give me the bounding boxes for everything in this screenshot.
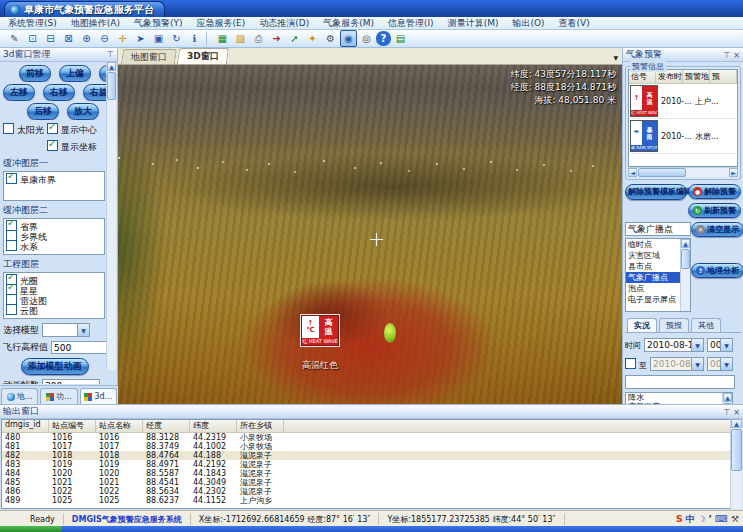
pin-icon[interactable]: ⊤: [723, 51, 730, 60]
data-mode-tab[interactable]: 预报: [659, 318, 689, 332]
eye-icon[interactable]: ◎: [358, 30, 375, 47]
station-column-header[interactable]: 经度: [143, 420, 190, 432]
start-button[interactable]: [0, 526, 62, 532]
vehicle-icon[interactable]: ➜: [268, 30, 285, 47]
flight-elevation-input[interactable]: [51, 341, 106, 354]
left-panel-tab[interactable]: 3d...: [80, 388, 117, 404]
geo-analysis-button[interactable]: ?地理分析: [691, 263, 743, 278]
moon-icon[interactable]: ☽: [697, 514, 705, 524]
select-arrow-icon[interactable]: ➤: [132, 30, 149, 47]
print-icon[interactable]: ⎙: [250, 30, 267, 47]
show-center-checkbox[interactable]: 显示中心: [47, 123, 97, 137]
station-column-header[interactable]: 纬度: [190, 420, 237, 432]
camera-move-button[interactable]: 下偏: [99, 65, 106, 82]
station-table-row[interactable]: 48210181018 88.476444.188滋泥泉子: [2, 451, 730, 460]
station-table-row[interactable]: 48910251025 88.623744.1152上户沟乡: [2, 496, 730, 505]
camera-zoom-button[interactable]: 后移: [27, 103, 59, 120]
menu-item[interactable]: 输出(O): [512, 17, 544, 30]
date-combo[interactable]: 2010-08-13 ▼: [644, 338, 704, 352]
layer-checkbox-item[interactable]: 光圈: [6, 274, 102, 284]
map-3d-view[interactable]: 纬度: 43度57分18.117秒经度: 88度18分14.871秒海拔: 48…: [118, 65, 622, 404]
left-panel-vscrollbar[interactable]: ▲: [106, 62, 116, 370]
menu-item[interactable]: 信息管理(I): [388, 17, 434, 30]
add-model-animation-button[interactable]: 添加模型动画: [21, 358, 89, 375]
warning-row[interactable]: ↑ 高温 红 HEAT WAVE 2010-... 上户...: [629, 84, 737, 119]
heat-wave-warning-marker[interactable]: ↑ ℃ 高 温 红 HEAT WAVE 高温红色: [290, 315, 350, 372]
layer-checkbox-item[interactable]: 阜康市界: [6, 173, 102, 183]
pin-icon[interactable]: ⊤: [723, 408, 730, 417]
zoom-next-icon[interactable]: ⊠: [60, 30, 77, 47]
close-icon[interactable]: ×: [733, 51, 740, 60]
punct-icon[interactable]: ’: [709, 514, 712, 524]
menu-item[interactable]: 动态推演(D): [259, 17, 309, 30]
zoom-in-icon[interactable]: ⊕: [78, 30, 95, 47]
menu-item[interactable]: 地图操作(A): [71, 17, 120, 30]
close-icon[interactable]: ×: [733, 408, 740, 417]
station-table-row[interactable]: 48010161016 88.312844.2319小泉牧场: [2, 433, 730, 442]
lang-zh-icon[interactable]: 中: [685, 513, 694, 526]
camera-move-button[interactable]: 右旋: [83, 84, 106, 101]
pan-icon[interactable]: ✛: [114, 30, 131, 47]
toolbox-icon[interactable]: ⚒: [731, 514, 739, 524]
refresh-warning-button[interactable]: ↻刷新预警: [688, 203, 741, 218]
light-icon[interactable]: ✦: [304, 30, 321, 47]
hour-combo[interactable]: 00 ▼: [707, 338, 733, 352]
menu-item[interactable]: 应急服务(E): [196, 17, 245, 30]
camera-move-button[interactable]: 左移: [3, 84, 35, 101]
camera-move-button[interactable]: 上偏: [59, 65, 91, 82]
menu-item[interactable]: 系统管理(S): [8, 17, 57, 30]
data-mode-tab[interactable]: 实况: [627, 318, 657, 332]
map-window-tab[interactable]: 3D窗口: [177, 48, 229, 64]
camera-move-button[interactable]: 右移: [43, 84, 75, 101]
station-table-row[interactable]: 48610221022 88.563444.2302滋泥泉子: [2, 487, 730, 496]
settings-icon[interactable]: ⚙: [322, 30, 339, 47]
layer-checkbox-item[interactable]: 云图: [6, 304, 102, 314]
remove-warning-button[interactable]: ●解除预警: [688, 184, 741, 199]
sunlight-checkbox[interactable]: 太阳光: [3, 123, 47, 137]
zoom-previous-icon[interactable]: ⊟: [42, 30, 59, 47]
layer-checkbox-item[interactable]: 水系: [6, 240, 102, 250]
warning-column-header[interactable]: 预警地区: [683, 70, 710, 83]
basemap-icon[interactable]: ▦: [214, 30, 231, 47]
to-date-checkbox[interactable]: 至: [625, 358, 647, 371]
weather-element-item[interactable]: 降水: [626, 393, 732, 402]
warning-column-header[interactable]: 预: [710, 70, 737, 83]
station-table-row[interactable]: 48510211021 88.454144.3049滋泥泉子: [2, 478, 730, 487]
left-panel-tab[interactable]: 功...: [40, 388, 77, 404]
model-select[interactable]: ▼: [42, 323, 90, 337]
clear-display-button[interactable]: ✕清空显示: [691, 222, 743, 237]
menu-item[interactable]: 查看(V): [559, 17, 590, 30]
layer-checkbox-item[interactable]: 乡界线: [6, 230, 102, 240]
scene-image-icon[interactable]: ▨: [232, 30, 249, 47]
menu-item[interactable]: 测量计算(M): [448, 17, 499, 30]
point-list-vscrollbar[interactable]: ▲: [680, 239, 690, 311]
zoom-window-icon[interactable]: ⊡: [24, 30, 41, 47]
refresh-icon[interactable]: ↻: [168, 30, 185, 47]
show-coord-checkbox[interactable]: 显示坐标: [47, 140, 97, 154]
windows-taskbar[interactable]: [0, 526, 743, 532]
flight-path-icon[interactable]: ➚: [286, 30, 303, 47]
station-column-header[interactable]: dmgis_id: [2, 420, 49, 432]
globe-3d-icon[interactable]: ◉: [340, 30, 357, 47]
chevron-down-icon[interactable]: ▼: [77, 324, 89, 336]
station-table-row[interactable]: 48110171017 88.374944.1002小泉牧场: [2, 442, 730, 451]
station-table-vscrollbar[interactable]: ▲: [730, 419, 742, 509]
data-mode-tab[interactable]: 其他: [691, 318, 721, 332]
station-column-header[interactable]: 站点名称: [96, 420, 143, 432]
keyboard-icon[interactable]: ⌨: [715, 514, 728, 524]
export-icon[interactable]: ▤: [392, 30, 409, 47]
tab-list-button[interactable]: ▼: [613, 54, 618, 61]
animation-frames-input[interactable]: [42, 379, 100, 384]
measure-icon[interactable]: ✎: [6, 30, 23, 47]
warning-row[interactable]: ☂ 暴雨 蓝 RAIN STORM 2010-... 水磨...: [629, 119, 737, 154]
station-table-row[interactable]: 48410201020 88.558744.1843滋泥泉子: [2, 469, 730, 478]
station-column-header[interactable]: 所在乡镇: [237, 420, 284, 432]
station-column-header[interactable]: 站点编号: [49, 420, 96, 432]
menu-item[interactable]: 气象服务(M): [323, 17, 374, 30]
help-icon[interactable]: ?: [376, 31, 391, 46]
point-type-combo[interactable]: 气象广播点: [625, 222, 691, 236]
station-table-row[interactable]: 48310191019 88.497144.2192滋泥泉子: [2, 460, 730, 469]
element-filter-input[interactable]: [625, 375, 735, 389]
warning-table-hscrollbar[interactable]: ◄ ►: [628, 167, 738, 177]
menu-item[interactable]: 气象预警(Y): [134, 17, 183, 30]
